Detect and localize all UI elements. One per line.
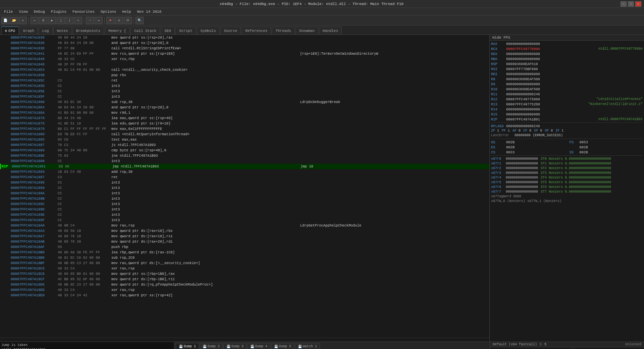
- tab-threads[interactable]: Threads: [272, 27, 294, 35]
- disasm-row[interactable]: 00007FFC497A189CCCint3: [0, 201, 489, 207]
- reg-value[interactable]: 0000000000000246: [506, 92, 643, 96]
- disasm-row[interactable]: 00007FFC497A188E75 03jne ntdll.7FFC497A1…: [0, 153, 489, 158]
- disasm-row[interactable]: 00007FFC497A18AB48 89 78 20mov qword ptr…: [0, 239, 489, 244]
- menu-options[interactable]: Options: [98, 9, 119, 14]
- disasm-row[interactable]: 00007FFC497A18B048 8D A8 38 FE FF FFlea …: [0, 250, 489, 255]
- disasm-row[interactable]: 00007FFC497A1897C3ret: [0, 174, 489, 180]
- disasm-row[interactable]: 00007FFC497A183DFF 77 00call <ntdll.RtlS…: [0, 46, 489, 51]
- toolbar-search[interactable]: 🔍: [136, 17, 144, 24]
- tab-script[interactable]: Script: [175, 27, 196, 35]
- tab-symbols[interactable]: Symbols: [197, 27, 220, 35]
- toolbar-new[interactable]: 📄: [1, 17, 9, 24]
- reg-value[interactable]: 0000000000000000: [506, 72, 643, 76]
- disasm-row[interactable]: 00007FFC497A185Bpop rbx: [0, 72, 489, 78]
- flag-af[interactable]: AF 0: [513, 129, 521, 133]
- disasm-row[interactable]: 00007FFC497A189ECCint3: [0, 212, 489, 217]
- menu-nov142016[interactable]: Nov 14 2016: [135, 9, 164, 14]
- reg-value[interactable]: 0000000000000000: [506, 52, 643, 56]
- disasm-row[interactable]: 00007FFC497A189FCCint3: [0, 217, 489, 223]
- disasm-row[interactable]: 00007FFC497A189ACCint3: [0, 191, 489, 196]
- disasm-row[interactable]: 00007FFC497A189DCCint3: [0, 207, 489, 212]
- flag-zf[interactable]: ZF 1: [491, 129, 499, 133]
- disasm-row[interactable]: RIP00007FFC497A1891EB 00jmp ntdll.7FFC49…: [0, 164, 489, 169]
- menu-file[interactable]: File: [1, 9, 15, 14]
- disasm-row[interactable]: 00007FFC497A183648 83 64 24 20 00and qwo…: [0, 40, 489, 46]
- disasm-row[interactable]: 00007FFC497A18CF4C BB 05 32 DF 06 00mov …: [0, 277, 489, 282]
- flag-pf[interactable]: PF 1: [502, 129, 510, 133]
- reg-value[interactable]: 0000000000000000: [506, 112, 643, 116]
- menu-help[interactable]: Help: [119, 9, 133, 14]
- disasm-row[interactable]: 00007FFC497A1899CCint3: [0, 185, 489, 191]
- disasm-row[interactable]: 00007FFC497A18A748 89 70 18mov qword ptr…: [0, 234, 489, 239]
- disasm-row[interactable]: 00007FFC497A18BF48 8B 05 C3 27 00 00mov …: [0, 260, 489, 266]
- disasm-row[interactable]: 00007FFC497A185348 81 C4 F0 01 00 00call…: [0, 67, 489, 72]
- disasm-row[interactable]: 00007FFC497A184948 33 CCxor rcx,rbp: [0, 56, 489, 62]
- tab-graph[interactable]: Graph: [19, 27, 38, 35]
- reg-value[interactable]: 0000000000000000: [506, 57, 643, 61]
- disasm-row[interactable]: 00007FFC497A18B848 81 EC C0 02 00 00sub …: [0, 255, 489, 260]
- disasm-scroll[interactable]: 00007FFC497A183648 89 44 24 28mov qword …: [0, 35, 489, 338]
- disasm-row[interactable]: 00007FFC497A1879B8 C1 FF FF FF FF FF FFm…: [0, 126, 489, 132]
- toolbar-restart[interactable]: ↩: [31, 17, 39, 24]
- disasm-row[interactable]: 00007FFC497A184148 8C 24 E0 FF FFmov rcx…: [0, 51, 489, 56]
- disasm-row[interactable]: 00007FFC497A183648 89 44 24 28mov qword …: [0, 35, 489, 40]
- disasm-row[interactable]: 00007FFC497A18708D 44 24 40lea eax,qword…: [0, 115, 489, 121]
- toolbar-run-to[interactable]: →: [86, 17, 94, 24]
- disasm-row[interactable]: 00007FFC497A1880E8 7B ED FC FFcall <ntdl…: [0, 132, 489, 137]
- menu-favourites[interactable]: Favourites: [70, 9, 97, 14]
- reg-value[interactable]: 000003680EAF510: [506, 62, 643, 66]
- tab-seh[interactable]: SEH: [161, 27, 175, 35]
- disasm-row[interactable]: 00007FFC497A188980 7C 24 40 00cmp byte p…: [0, 148, 489, 153]
- disasm-row[interactable]: 00007FFC497A185FCCint3: [0, 94, 489, 99]
- menu-view[interactable]: View: [16, 9, 30, 14]
- toolbar-hw-bp[interactable]: ⊙: [115, 17, 123, 24]
- toolbar-pause[interactable]: ⏸: [39, 17, 47, 24]
- dump-tab-dump3[interactable]: 💾Dump 3: [223, 343, 247, 349]
- tab-notes[interactable]: Notes: [53, 27, 72, 35]
- toolbar-step-out[interactable]: ⤷: [74, 17, 82, 24]
- tab-breakpoints[interactable]: Breakpoints: [72, 27, 104, 35]
- flag-of[interactable]: OF 0: [545, 129, 553, 133]
- reg-value[interactable]: 0000003680EAF508: [506, 77, 643, 81]
- reg-value[interactable]: 0000000000000000: [506, 82, 643, 86]
- disasm-row[interactable]: 00007FFC497A1898CCint3: [0, 180, 489, 185]
- hide-fpu-label[interactable]: Hide FPU: [492, 36, 510, 40]
- tab-memory[interactable]: Memory [: [105, 27, 130, 35]
- disasm-row[interactable]: 00007FFC497A18E048 33 C4 24 42xor rax,qw…: [0, 293, 489, 298]
- disasm-row[interactable]: 00007FFC497A18DD48 33 C4xor rax,rsp: [0, 287, 489, 293]
- reg-value[interactable]: 00007FFC497A1B91: [506, 117, 596, 121]
- dump-tab-dump4[interactable]: 💾Dump 4: [247, 343, 270, 349]
- reg-value[interactable]: 0000000000000000: [506, 42, 643, 46]
- flag-sf[interactable]: SF 0: [534, 129, 542, 133]
- reg-value[interactable]: 0000000000000000: [506, 107, 643, 111]
- tab-references[interactable]: References: [241, 27, 271, 35]
- disasm-row[interactable]: 00007FFC497A18AF55push rbp: [0, 244, 489, 250]
- disasm-row[interactable]: 00007FFC497A188778 C3js ntdll.7FFC497A1B…: [0, 142, 489, 148]
- toolbar-execute-till[interactable]: ↠: [95, 17, 103, 24]
- dump-tab-watch1[interactable]: 💾Watch 1: [295, 343, 320, 349]
- toolbar-bp[interactable]: ●: [106, 17, 114, 24]
- reg-value[interactable]: 00007FFC4977090A: [506, 47, 596, 51]
- toolbar-open[interactable]: 📂: [10, 17, 18, 24]
- dump-tab-dump5[interactable]: 💾Dump 5: [271, 343, 294, 349]
- disasm-row[interactable]: 00007FFC497A185ECCint3: [0, 89, 489, 94]
- toolbar-step-in[interactable]: ⤵: [57, 17, 65, 24]
- toolbar-trace[interactable]: ⟳: [124, 17, 132, 24]
- disasm-row[interactable]: 00007FFC497A18A048 8B C4mov rax,rspLdrpG…: [0, 223, 489, 228]
- tab-snowman[interactable]: Snowman: [296, 27, 318, 35]
- disasm-row[interactable]: 00007FFC497A1890CCint3: [0, 158, 489, 164]
- tab-cpu[interactable]: ⚙CPU: [1, 27, 19, 35]
- disasm-row[interactable]: 00007FFC497A187541 8D 51 10lea edx,qword…: [0, 121, 489, 126]
- disasm-row[interactable]: 00007FFC497A189BCCint3: [0, 196, 489, 201]
- disasm-row[interactable]: 00007FFC497A18931B 83 C4 38add rsp,38: [0, 169, 489, 174]
- disasm-row[interactable]: 00007FFC497A18D648 8B 0C 23 27 00 00mov …: [0, 282, 489, 287]
- tab-handles[interactable]: Handles: [319, 27, 342, 35]
- disasm-row[interactable]: 00007FFC497A186A41 B9 01 00 00 00mov r9d…: [0, 110, 489, 115]
- tab-log[interactable]: Log: [39, 27, 53, 35]
- minimize-button[interactable]: —: [621, 1, 627, 7]
- menu-debug[interactable]: Debug: [31, 9, 48, 14]
- disasm-row[interactable]: 00007FFC497A186048 83 EC 38sub rsp,38Ldr…: [0, 99, 489, 105]
- tab-callstack[interactable]: Call Stack: [130, 27, 160, 35]
- reg-value[interactable]: 00007FF77DBF000: [506, 67, 643, 71]
- flag-cf[interactable]: CF 0: [523, 129, 531, 133]
